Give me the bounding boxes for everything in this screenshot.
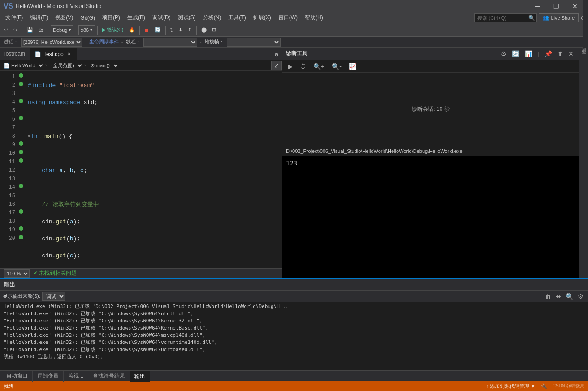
function-selector[interactable]: ⊙ main() [87, 61, 119, 70]
diagnostic-panel: 诊断工具 ⚙ 🔄 📊 | 📌 ⬆ ✕ ▶ ⏱ 🔍+ 🔍- [282, 48, 579, 146]
menu-view[interactable]: 视图(V) [52, 13, 77, 22]
debug-bar: 进程： [22976] HelloWorld.exe | 生命周期事件 • 线程… [0, 37, 588, 48]
breakpoint-button[interactable]: ⬤ [199, 25, 209, 35]
menu-tools[interactable]: 工具(T) [225, 13, 249, 22]
tab-auto-window[interactable]: 自动窗口 [2, 371, 33, 382]
sidebar-vtab-3[interactable]: 器 [580, 56, 588, 58]
stack-selector[interactable] [227, 38, 281, 47]
step-over-button[interactable]: ⤵ [168, 25, 175, 35]
continue-button[interactable]: ▶ 继续(C) [100, 25, 125, 35]
menu-extensions[interactable]: 扩展(X) [250, 13, 275, 22]
menu-analyze[interactable]: 分析(N) [199, 13, 225, 22]
tab-iostream[interactable]: iostream [0, 48, 30, 60]
connect-icon[interactable]: 🔌 [541, 383, 547, 389]
save-all-button[interactable]: 🗂 [36, 25, 46, 35]
diag-settings-button[interactable]: ⚙ [499, 49, 508, 58]
diagnostic-header: 诊断工具 ⚙ 🔄 📊 | 📌 ⬆ ✕ [282, 48, 579, 60]
diag-zoom-out-button[interactable]: 🔍- [330, 62, 343, 71]
diagnostic-content: 诊断会话: 10 秒 [282, 73, 579, 146]
diag-select-button[interactable]: ▶ [286, 62, 294, 71]
output-line: "HelloWorld.exe" (Win32): 已加载 "C:\Window… [4, 325, 584, 332]
output-clear-button[interactable]: 🗑 [543, 292, 553, 301]
output-find-button[interactable]: 🔍 [564, 292, 575, 301]
separator-6 [165, 26, 166, 35]
breakpoint-all-button[interactable]: ⊞ [210, 25, 218, 35]
chevron-down-icon: ▾ [69, 27, 71, 33]
code-panel: iostream 📄 Test.cpp ✕ ⚙ 📄 HelloWorld › (… [0, 48, 282, 278]
editor-tabs: iostream 📄 Test.cpp ✕ ⚙ [0, 48, 282, 60]
diag-time-button[interactable]: ⏱ [298, 62, 308, 71]
output-settings-button[interactable]: ⚙ [576, 292, 585, 301]
step-out-button[interactable]: ⬆ [186, 25, 194, 35]
menu-project[interactable]: 项目(P) [99, 13, 124, 22]
tab-local-vars[interactable]: 局部变量 [33, 371, 64, 382]
editor-breadcrumb: 📄 HelloWorld › (全局范围) › ⊙ main() ⤢ [0, 60, 282, 71]
close-tab-testcpp[interactable]: ✕ [66, 51, 72, 57]
undo-button[interactable]: ↩ [2, 25, 10, 35]
live-share-button[interactable]: 👥 Live Share [539, 13, 579, 22]
menu-test[interactable]: 测试(S) [174, 13, 199, 22]
menu-git[interactable]: Git(G) [77, 14, 99, 22]
diag-zoom-in-button[interactable]: 🔍+ [311, 62, 326, 71]
separator-debug-2: • [121, 39, 123, 45]
redo-button[interactable]: ↪ [11, 25, 20, 35]
zoom-selector[interactable]: 110 % [4, 269, 30, 278]
stop-button[interactable]: ⏹ [142, 25, 151, 35]
editor-area: iostream 📄 Test.cpp ✕ ⚙ 📄 HelloWorld › (… [0, 48, 588, 278]
diagnostic-title: 诊断工具 [286, 50, 307, 57]
output-line: "HelloWorld.exe" (Win32): 已加载 "C:\Window… [4, 339, 584, 346]
console-titlebar: D:\002_Project\006_Visual_Studio\HelloWo… [282, 146, 579, 156]
menu-window[interactable]: 窗口(W) [275, 13, 301, 22]
save-button[interactable]: 💾 [25, 25, 35, 35]
tab-watch-1[interactable]: 监视 1 [64, 371, 88, 382]
restart-button[interactable]: 🔄 [152, 25, 163, 35]
fire-icon-button[interactable]: 🔥 [126, 25, 137, 35]
diag-chart-button[interactable]: 📊 [523, 49, 534, 58]
platform-dropdown[interactable]: x86 ▾ [78, 25, 95, 35]
output-content[interactable]: HelloWorld.exe (Win32): 已加载 'D:\002_Proj… [0, 302, 588, 370]
close-button[interactable]: ✕ [566, 0, 584, 13]
output-line: "HelloWorld.exe" (Win32): 已加载 "C:\Window… [4, 332, 584, 339]
diagnostic-toolbar: ▶ ⏱ 🔍+ 🔍- 📈 [282, 60, 579, 73]
restore-button[interactable]: ❐ [547, 0, 566, 13]
separator-1 [22, 26, 22, 35]
sidebar-vtab-1[interactable]: 调 [580, 49, 588, 55]
search-icon: 🔍 [528, 15, 535, 21]
diagnostic-session: 诊断会话: 10 秒 [412, 105, 449, 113]
diag-close-button[interactable]: ✕ [566, 49, 575, 58]
diag-graph-button[interactable]: 📈 [347, 62, 358, 71]
menu-debug[interactable]: 调试(D) [149, 13, 174, 22]
expand-editor-button[interactable]: ⤢ [271, 61, 282, 70]
status-right: ↑ 添加到源代码管理 ▼ 🔌 CSDN @韩骁亮 [486, 383, 584, 390]
menu-build[interactable]: 生成(B) [124, 13, 149, 22]
live-share-icon: 👥 [543, 15, 549, 21]
process-selector[interactable]: [22976] HelloWorld.exe [21, 38, 82, 47]
add-source-control[interactable]: ↑ 添加到源代码管理 ▼ [486, 383, 536, 390]
gear-editor-button[interactable]: ⚙ [272, 50, 281, 60]
minimize-button[interactable]: ─ [528, 0, 547, 13]
output-word-wrap-button[interactable]: ⬌ [554, 292, 563, 301]
output-line: HelloWorld.exe (Win32): 已加载 'D:\002_Proj… [4, 303, 584, 310]
menu-file[interactable]: 文件(F) [2, 13, 26, 22]
file-icon: 📄 [35, 51, 41, 57]
watermark: CSDN @韩骁亮 [553, 383, 584, 389]
output-source-dropdown[interactable]: 调试 [42, 292, 65, 301]
step-into-button[interactable]: ⬇ [176, 25, 185, 35]
diag-float-button[interactable]: ⬆ [556, 49, 565, 58]
code-content[interactable]: #include "iostream" using namespace std;… [24, 71, 282, 268]
scope-selector[interactable]: (全局范围) [48, 61, 83, 70]
search-input[interactable] [474, 13, 537, 22]
menu-help[interactable]: 帮助(H) [301, 13, 327, 22]
console-path: D:\002_Project\006_Visual_Studio\HelloWo… [286, 148, 463, 154]
output-header: 输出 [0, 279, 588, 291]
separator-debug-3: • [200, 39, 202, 45]
diag-refresh-button[interactable]: 🔄 [510, 49, 521, 58]
tab-testcpp[interactable]: 📄 Test.cpp ✕ [30, 48, 77, 60]
thread-selector[interactable] [143, 38, 197, 47]
tab-output[interactable]: 输出 [130, 371, 150, 382]
diag-pin-button[interactable]: 📌 [543, 49, 554, 58]
tab-find-symbol[interactable]: 查找符号结果 [88, 371, 130, 382]
file-selector[interactable]: 📄 HelloWorld [0, 61, 44, 70]
menu-edit[interactable]: 编辑(E) [26, 13, 52, 22]
debug-config-dropdown[interactable]: Debug ▾ [51, 25, 74, 35]
